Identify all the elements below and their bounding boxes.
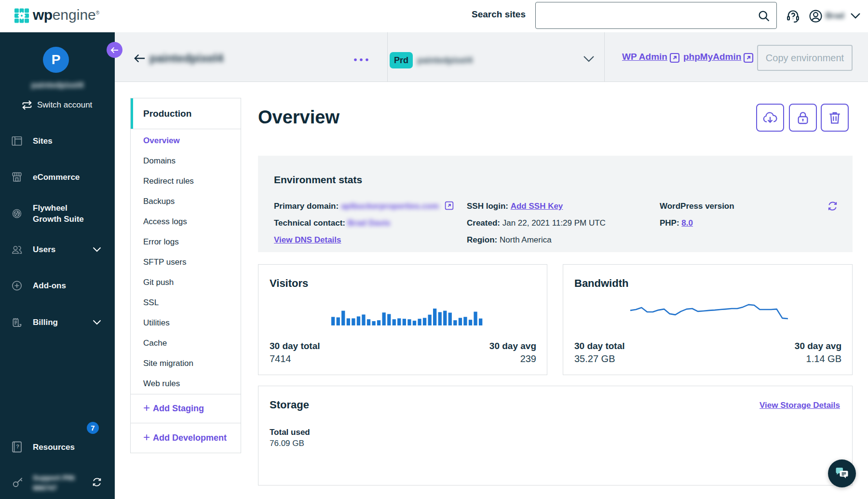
- svg-text:?: ?: [16, 444, 19, 449]
- stats-column-1: Primary domain: aplbuckerproperties.com …: [274, 198, 457, 248]
- nav-item-sftp-users[interactable]: SFTP users: [131, 252, 241, 272]
- users-icon: [12, 244, 22, 255]
- technical-contact-value[interactable]: Brad Davis: [348, 218, 391, 228]
- primary-domain-value[interactable]: aplbuckerproperties.com: [341, 202, 439, 211]
- addons-icon-svg: [12, 280, 22, 291]
- created-value: Jan 22, 2021 11:29 PM UTC: [502, 218, 606, 228]
- chat-widget-button[interactable]: [828, 459, 856, 487]
- environment-selector[interactable]: Prd paintedpixel4: [387, 32, 604, 81]
- nav-item-error-logs[interactable]: Error logs: [131, 232, 241, 252]
- cloud-download-icon: [762, 109, 778, 126]
- collapse-sidebar-button[interactable]: [107, 42, 122, 58]
- stats-row-primary-domain: Primary domain: aplbuckerproperties.com: [274, 198, 457, 215]
- sidebar-item-add-ons[interactable]: Add-ons: [0, 275, 115, 296]
- sites-icon-svg: [12, 136, 22, 146]
- production-label: Production: [143, 108, 191, 119]
- padlock-icon: [795, 110, 811, 125]
- backup-download-button[interactable]: [756, 104, 784, 132]
- environment-chevron-icon: [583, 55, 595, 63]
- visitors-total-label: 30 day total: [270, 341, 320, 351]
- nav-item-redirect-rules[interactable]: Redirect rules: [131, 171, 241, 191]
- nav-item-git-push[interactable]: Git push: [131, 272, 241, 293]
- sidebar-item-resources[interactable]: ? Resources: [0, 436, 115, 458]
- more-options-button[interactable]: [353, 55, 369, 64]
- nav-item-cache[interactable]: Cache: [131, 333, 241, 353]
- nav-item-site-migration[interactable]: Site migration: [131, 353, 241, 374]
- add-staging-button[interactable]: + Add Staging: [131, 394, 241, 423]
- environment-name: paintedpixel4: [417, 55, 473, 66]
- sidebar-item-users[interactable]: Users: [0, 239, 115, 260]
- environment-nav-header: Production: [131, 98, 241, 129]
- sidebar-item-sites[interactable]: Sites: [0, 130, 115, 151]
- logo-wp-text: wp: [33, 7, 53, 22]
- ecommerce-icon: [12, 172, 22, 182]
- switch-account-label: Switch account: [37, 100, 92, 110]
- stats-row-php: PHP: 8.0: [660, 215, 804, 231]
- resources-icon: ?: [12, 441, 22, 453]
- switch-account-button[interactable]: Switch account: [21, 100, 92, 110]
- add-development-label: Add Development: [153, 433, 227, 443]
- stats-row-ssh: SSH login: Add SSH Key: [467, 198, 660, 215]
- visitors-bar-chart: [258, 265, 548, 376]
- ecommerce-icon-svg: [12, 172, 22, 182]
- copy-environment-button[interactable]: Copy environment: [757, 45, 853, 71]
- phpmyadmin-link[interactable]: phpMyAdmin: [683, 52, 741, 62]
- chat-bubbles-icon: [834, 466, 850, 481]
- search-icon[interactable]: [757, 9, 771, 23]
- users-icon-svg: [12, 244, 22, 255]
- add-development-button[interactable]: + Add Development: [131, 423, 241, 453]
- refresh-pin-icon[interactable]: [92, 477, 102, 487]
- sidebar-item-ecommerce[interactable]: eCommerce: [0, 166, 115, 188]
- bandwidth-total-label: 30 day total: [574, 341, 625, 351]
- sidebar-item-flywheel[interactable]: FlywheelGrowth Suite: [0, 203, 115, 224]
- add-ssh-key-link[interactable]: Add SSH Key: [511, 202, 563, 211]
- sidebar-item-label: FlywheelGrowth Suite: [33, 202, 84, 225]
- storage-used-value: 76.09 GB: [270, 439, 304, 448]
- sites-icon: [12, 136, 22, 146]
- technical-contact-label: Technical contact:: [274, 218, 345, 228]
- billing-icon-svg: [12, 317, 22, 328]
- nav-item-utilities[interactable]: Utilities: [131, 313, 241, 333]
- wpengine-logo[interactable]: wpengine®: [14, 8, 99, 23]
- collapse-arrow-icon: [110, 47, 119, 54]
- bandwidth-total-value: 35.27 GB: [574, 353, 615, 364]
- production-accent-bar: [131, 98, 133, 129]
- view-dns-details-link[interactable]: View DNS Details: [274, 235, 341, 244]
- external-link-icon[interactable]: [444, 201, 454, 211]
- nav-item-backups[interactable]: Backups: [131, 191, 241, 212]
- support-headset-icon[interactable]: [786, 9, 800, 24]
- delete-environment-button[interactable]: [821, 104, 849, 132]
- stats-row-wp-version: WordPress version: [660, 198, 804, 215]
- nav-item-ssl[interactable]: SSL: [131, 293, 241, 313]
- nav-item-overview[interactable]: Overview: [131, 131, 241, 151]
- search-sites-label: Search sites: [472, 9, 526, 20]
- bandwidth-avg-value: 1.14 GB: [806, 353, 841, 364]
- wpengine-logo-icon: [14, 8, 29, 23]
- wp-admin-link[interactable]: WP Admin: [622, 52, 667, 62]
- add-staging-label: Add Staging: [153, 404, 204, 414]
- account-avatar[interactable]: P: [43, 47, 69, 73]
- bandwidth-avg-label: 30 day avg: [795, 341, 841, 351]
- support-pin-line2: 986747: [33, 483, 75, 493]
- lock-environment-button[interactable]: [789, 104, 817, 132]
- environment-nav-list: OverviewDomainsRedirect rulesBackupsAcce…: [131, 129, 241, 394]
- stats-title: Environment stats: [274, 174, 362, 186]
- search-input[interactable]: [541, 3, 753, 28]
- view-storage-details-link[interactable]: View Storage Details: [760, 401, 840, 410]
- sidebar-item-billing[interactable]: Billing: [0, 311, 115, 333]
- back-arrow-icon[interactable]: [134, 54, 145, 63]
- stats-row-technical-contact: Technical contact: Brad Davis: [274, 215, 457, 231]
- chevron-down-icon: [93, 247, 101, 252]
- nav-item-web-rules[interactable]: Web rules: [131, 374, 241, 394]
- nav-item-access-logs[interactable]: Access logs: [131, 212, 241, 232]
- sidebar-item-label: Sites: [33, 135, 53, 147]
- nav-item-domains[interactable]: Domains: [131, 151, 241, 171]
- php-version-link[interactable]: 8.0: [681, 218, 693, 228]
- refresh-wordpress-icon[interactable]: [827, 201, 838, 212]
- user-menu-chevron-icon[interactable]: [850, 13, 861, 19]
- user-account-icon[interactable]: [808, 9, 823, 24]
- stats-row-region: Region: North America: [467, 231, 660, 248]
- key-icon: [12, 476, 24, 488]
- visitors-avg-value: 239: [520, 353, 536, 364]
- user-name[interactable]: Brad: [826, 11, 844, 21]
